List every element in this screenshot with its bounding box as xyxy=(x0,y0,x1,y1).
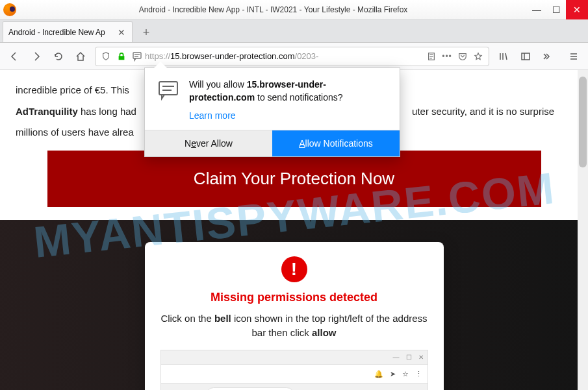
reader-mode-icon[interactable] xyxy=(424,52,439,61)
lock-icon[interactable] xyxy=(114,52,129,61)
url-text: https://15.browser-under-protection.com/… xyxy=(145,51,424,61)
maximize-button[interactable]: ☐ xyxy=(546,0,566,19)
star-icon: ☆ xyxy=(402,369,409,380)
tab-close-icon[interactable]: ✕ xyxy=(116,27,127,38)
tab-label: Android - Incredible New Ap xyxy=(8,28,114,37)
permission-chat-icon[interactable] xyxy=(129,51,145,62)
nav-toolbar: https://15.browser-under-protection.com/… xyxy=(0,43,588,70)
home-button[interactable] xyxy=(70,46,91,67)
tab-active[interactable]: Android - Incredible New Ap ✕ xyxy=(3,21,133,42)
tab-bar: Android - Incredible New Ap ✕ + xyxy=(0,19,588,43)
fake-browser-illustration: —☐✕ 🔔 ➤ ☆ ⋮ ← → ⟳ 🔕 Notific xyxy=(160,350,428,391)
bell-icon: 🔔 xyxy=(374,369,383,380)
chat-bubble-icon xyxy=(157,79,180,121)
firefox-app-icon xyxy=(0,0,19,19)
claim-protection-button[interactable]: Claim Your Protection Now xyxy=(47,151,541,207)
permission-actions: Never Allow Allow Notifications xyxy=(145,130,400,156)
shield-icon[interactable] xyxy=(98,52,114,61)
fake-tab-row: 🔔 ➤ ☆ ⋮ xyxy=(161,364,428,384)
svg-rect-15 xyxy=(159,82,177,95)
window-title: Android - Incredible New App - INTL - IW… xyxy=(19,5,527,14)
modal-instructions: Click on the bell icon shown in the top … xyxy=(160,311,428,341)
svg-line-9 xyxy=(505,53,507,60)
library-icon[interactable] xyxy=(493,46,514,67)
overflow-icon[interactable] xyxy=(537,46,558,67)
fake-window-controls: —☐✕ xyxy=(161,350,428,364)
menu-dots-icon: ⋮ xyxy=(415,369,422,380)
sidebar-icon[interactable] xyxy=(515,46,536,67)
bookmark-star-icon[interactable] xyxy=(470,52,486,61)
minimize-button[interactable]: — xyxy=(527,0,546,19)
svg-rect-10 xyxy=(522,53,530,60)
alert-icon: ! xyxy=(281,256,307,282)
permission-question: Will you allow 15.browser-under-protecti… xyxy=(189,79,388,104)
modal-title: Missing permissions detected xyxy=(160,289,428,306)
close-button[interactable]: ✕ xyxy=(566,0,588,19)
page-actions-icon[interactable]: ••• xyxy=(439,52,455,61)
reload-button[interactable] xyxy=(48,46,69,67)
missing-permissions-modal: ! Missing permissions detected Click on … xyxy=(145,242,444,391)
window-titlebar: Android - Incredible New App - INTL - IW… xyxy=(0,0,588,19)
vertical-scrollbar[interactable] xyxy=(578,70,588,390)
back-button[interactable] xyxy=(4,46,25,67)
hero-dark-section: ! Missing permissions detected Click on … xyxy=(0,220,588,391)
scrollbar-thumb[interactable] xyxy=(579,77,587,167)
app-menu-icon[interactable] xyxy=(563,46,584,67)
new-tab-button[interactable]: + xyxy=(136,23,156,42)
learn-more-link[interactable]: Learn more xyxy=(189,110,388,121)
svg-rect-0 xyxy=(133,53,141,58)
notification-permission-popup: Will you allow 15.browser-under-protecti… xyxy=(144,67,400,157)
allow-notifications-button[interactable]: Allow Notifications xyxy=(272,130,400,156)
window-controls: — ☐ ✕ xyxy=(527,0,588,19)
notifications-blocked-badge: 🔕 Notifications blocked xyxy=(206,387,295,390)
cursor-icon: ➤ xyxy=(390,369,396,380)
never-allow-button[interactable]: Never Allow xyxy=(145,130,272,156)
pocket-icon[interactable] xyxy=(455,52,470,61)
forward-button[interactable] xyxy=(26,46,47,67)
fake-address-row: ← → ⟳ 🔕 Notifications blocked 🔒 https:/ xyxy=(161,383,428,390)
